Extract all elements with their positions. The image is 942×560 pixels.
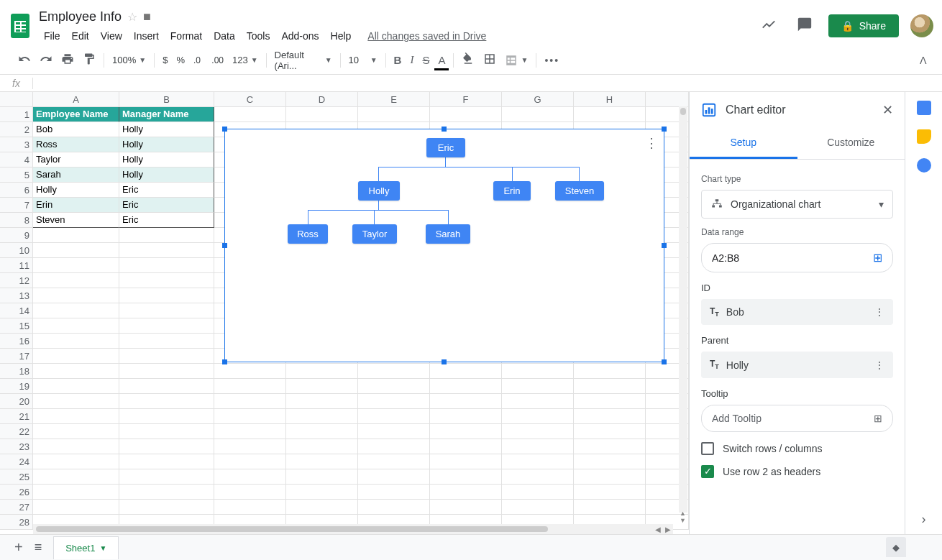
zoom-dropdown[interactable]: 100%▼ <box>109 52 150 68</box>
number-format-dropdown[interactable]: 123▼ <box>229 52 262 68</box>
cell[interactable] <box>286 500 358 515</box>
cell[interactable] <box>214 107 286 122</box>
menu-view[interactable]: View <box>96 27 127 45</box>
cell[interactable] <box>574 500 646 515</box>
org-node-taylor[interactable]: Taylor <box>352 224 397 244</box>
cell[interactable] <box>119 334 214 349</box>
cell[interactable] <box>33 500 119 515</box>
switch-rows-checkbox[interactable]: Switch rows / columns <box>701 442 893 455</box>
cell[interactable] <box>33 349 119 364</box>
cell[interactable] <box>286 364 358 379</box>
close-icon[interactable]: ✕ <box>882 102 893 118</box>
font-size-dropdown[interactable]: 10▼ <box>345 52 381 68</box>
cell[interactable] <box>358 379 430 394</box>
text-color-icon[interactable]: A <box>434 51 449 69</box>
tab-setup[interactable]: Setup <box>690 128 797 159</box>
cell[interactable] <box>430 469 502 485</box>
tab-customize[interactable]: Customize <box>797 128 905 159</box>
cell[interactable] <box>286 394 358 409</box>
cell[interactable] <box>119 439 214 454</box>
row-header[interactable]: 26 <box>0 485 33 500</box>
cell[interactable] <box>358 424 430 439</box>
cell[interactable] <box>33 334 119 349</box>
undo-icon[interactable] <box>14 50 35 70</box>
column-header[interactable]: E <box>358 92 430 107</box>
select-all-corner[interactable] <box>0 92 33 107</box>
column-header[interactable]: B <box>119 92 214 107</box>
cell[interactable] <box>33 394 119 409</box>
row-header[interactable]: 12 <box>0 273 33 288</box>
bold-icon[interactable]: B <box>390 51 406 69</box>
cell[interactable] <box>119 394 214 409</box>
cell[interactable] <box>214 439 286 454</box>
redo-icon[interactable] <box>36 50 56 70</box>
cell[interactable]: Eric <box>119 198 214 213</box>
row-header[interactable]: 6 <box>0 183 33 198</box>
cell[interactable] <box>430 409 502 424</box>
cell[interactable] <box>119 454 214 469</box>
tasks-icon[interactable] <box>917 158 931 173</box>
cell[interactable] <box>33 318 119 334</box>
cell[interactable]: Erin <box>33 198 119 213</box>
cell[interactable] <box>33 258 119 273</box>
use-headers-checkbox[interactable]: ✓ Use row 2 as headers <box>701 465 893 478</box>
cell[interactable] <box>430 500 502 515</box>
cell[interactable] <box>33 409 119 424</box>
cell[interactable] <box>502 500 574 515</box>
collapse-toolbar-icon[interactable]: ᐱ <box>916 52 930 69</box>
row-header[interactable]: 10 <box>0 243 33 258</box>
menu-file[interactable]: File <box>39 27 65 45</box>
folder-icon[interactable]: ■ <box>143 9 151 24</box>
decrease-decimal-icon[interactable]: .0 <box>190 52 206 68</box>
column-header[interactable]: A <box>33 92 119 107</box>
cell[interactable] <box>33 439 119 454</box>
cell[interactable]: Holly <box>119 137 214 152</box>
cell[interactable] <box>574 439 646 454</box>
more-icon[interactable]: ••• <box>541 52 563 69</box>
cell[interactable] <box>502 364 574 379</box>
row-header[interactable]: 25 <box>0 469 33 485</box>
menu-data[interactable]: Data <box>209 27 240 45</box>
add-sheet-icon[interactable]: + <box>14 539 23 556</box>
paint-format-icon[interactable] <box>79 50 99 70</box>
calendar-icon[interactable] <box>917 101 931 115</box>
cell[interactable] <box>119 424 214 439</box>
id-chip[interactable]: TT Bob ⋮ <box>701 299 893 325</box>
explore-button[interactable]: ◆ <box>886 537 906 557</box>
percent-icon[interactable]: % <box>173 52 188 68</box>
comments-icon[interactable] <box>792 12 817 40</box>
cell[interactable] <box>119 303 214 318</box>
row-header[interactable]: 1 <box>0 107 33 122</box>
italic-icon[interactable]: I <box>406 51 417 69</box>
cell[interactable] <box>214 424 286 439</box>
cell[interactable] <box>430 439 502 454</box>
row-header[interactable]: 8 <box>0 213 33 228</box>
cell[interactable]: Employee Name <box>33 107 119 122</box>
activity-icon[interactable] <box>756 12 781 40</box>
org-node-steven[interactable]: Steven <box>555 181 604 201</box>
print-icon[interactable] <box>58 50 78 70</box>
row-header[interactable]: 23 <box>0 439 33 454</box>
menu-addons[interactable]: Add-ons <box>276 27 324 45</box>
org-node-holly[interactable]: Holly <box>358 181 400 201</box>
cell[interactable]: Holly <box>119 122 214 137</box>
grid-select-icon[interactable]: ⊞ <box>874 413 882 424</box>
star-icon[interactable]: ☆ <box>127 10 137 24</box>
cell[interactable] <box>33 243 119 258</box>
cell[interactable]: Sarah <box>33 167 119 183</box>
borders-icon[interactable] <box>480 50 500 70</box>
cell[interactable] <box>430 485 502 500</box>
cell[interactable] <box>502 424 574 439</box>
cell[interactable] <box>119 485 214 500</box>
merge-cells-dropdown[interactable]: ▼ <box>501 51 531 70</box>
cell[interactable] <box>574 485 646 500</box>
grid-select-icon[interactable]: ⊞ <box>873 251 882 265</box>
cell[interactable] <box>358 439 430 454</box>
org-node-erin[interactable]: Erin <box>493 181 531 201</box>
row-header[interactable]: 24 <box>0 454 33 469</box>
row-header[interactable]: 5 <box>0 167 33 183</box>
more-icon[interactable]: ⋮ <box>874 306 884 318</box>
cell[interactable] <box>358 500 430 515</box>
cell[interactable]: Taylor <box>33 152 119 167</box>
cell[interactable] <box>430 454 502 469</box>
